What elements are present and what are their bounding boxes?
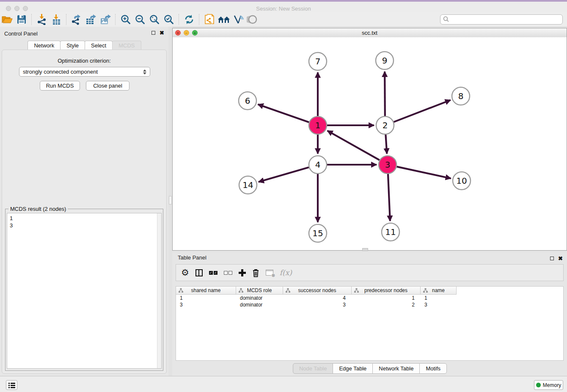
graph-node-14[interactable]: 14 [239, 176, 257, 194]
save-session-button[interactable] [14, 13, 29, 26]
float-table-panel-icon[interactable] [550, 257, 554, 260]
zoom-out-button[interactable] [133, 13, 147, 26]
graph-edge-2-9[interactable] [385, 72, 385, 116]
graph-edge-3-10[interactable] [396, 167, 451, 179]
show-all-button[interactable] [245, 13, 260, 26]
control-panel-tabs: NetworkStyleSelectMCDS [0, 41, 168, 50]
graph-node-2[interactable]: 2 [376, 116, 394, 134]
search-input[interactable] [449, 16, 560, 23]
graph-edge-3-11[interactable] [388, 174, 390, 221]
close-panel-icon[interactable]: ✖ [160, 30, 164, 35]
export-network-button[interactable] [69, 13, 84, 26]
close-panel-button[interactable]: Close panel [86, 81, 129, 91]
table-cell[interactable]: dominator [236, 295, 283, 301]
eye-icon [247, 14, 259, 25]
tab-network[interactable]: Network [28, 41, 61, 50]
graph-node-11[interactable]: 11 [382, 223, 399, 241]
float-panel-icon[interactable] [151, 31, 155, 35]
open-session-button[interactable] [0, 13, 14, 26]
column-sort-icon [179, 288, 183, 293]
column-header-name[interactable]: name [421, 287, 457, 295]
criterion-dropdown[interactable]: strongly connected component [19, 67, 150, 77]
graph-edge-3-1[interactable] [328, 131, 380, 160]
column-header-successor-nodes[interactable]: successor nodes [283, 287, 352, 295]
tab-network-table[interactable]: Network Table [372, 363, 420, 374]
graph-edge-2-3[interactable] [385, 135, 387, 154]
graph-node-1[interactable]: 1 [309, 116, 327, 134]
table-cell[interactable]: 3 [421, 301, 457, 308]
tab-edge-table[interactable]: Edge Table [333, 363, 373, 374]
refresh-layout-button[interactable] [182, 13, 196, 26]
network-resize-grip[interactable] [362, 248, 368, 251]
result-scrollbar[interactable] [157, 213, 161, 368]
run-mcds-button[interactable]: Run MCDS [40, 81, 80, 91]
table-cell[interactable]: 1 [352, 295, 421, 301]
table-cell[interactable]: 4 [283, 295, 352, 301]
graph-edge-2-8[interactable] [394, 100, 451, 122]
dropdown-stepper-icon [143, 69, 146, 75]
toolbar-separator [179, 14, 179, 25]
zoom-selected-button[interactable] [162, 13, 176, 26]
zoom-fit-button[interactable] [147, 13, 162, 26]
export-image-button[interactable] [98, 13, 113, 26]
import-network-button[interactable] [35, 13, 49, 26]
graph-node-6[interactable]: 6 [239, 92, 256, 110]
deselect-all-rows-button[interactable] [224, 267, 232, 279]
graph-edge-4-14[interactable] [259, 167, 309, 182]
first-neighbors-button[interactable] [217, 13, 231, 26]
export-table-button[interactable] [84, 13, 98, 26]
zoom-fit-icon [149, 14, 160, 25]
tab-node-table[interactable]: Node Table [293, 363, 333, 374]
optimization-criterion-label: Optimization criterion: [0, 58, 168, 64]
memory-button[interactable]: Memory [534, 380, 563, 390]
table-cell[interactable]: 1 [176, 295, 236, 301]
graph-node-4[interactable]: 4 [309, 156, 327, 174]
graph-edge-1-6[interactable] [258, 105, 309, 122]
network-canvas[interactable]: 7968124314101511 [173, 37, 567, 250]
vertical-splitter[interactable] [168, 27, 172, 376]
import-table-button[interactable] [49, 13, 63, 26]
graph-node-9[interactable]: 9 [376, 52, 394, 69]
hide-eye-icon [233, 14, 244, 25]
svg-text:11: 11 [385, 227, 396, 237]
select-all-icon: ✓✓ [209, 271, 217, 275]
hide-selected-button[interactable] [231, 13, 245, 26]
table-cell[interactable]: 3 [176, 301, 236, 308]
mcds-result-text-area[interactable]: 13 [7, 213, 162, 369]
task-history-button[interactable] [6, 380, 17, 390]
table-cell[interactable]: 3 [283, 301, 352, 308]
tab-style[interactable]: Style [60, 41, 85, 50]
delete-row-button[interactable] [252, 267, 259, 279]
gear-icon: ⚙ [181, 268, 189, 278]
show-column-panel-button[interactable] [195, 267, 203, 279]
table-cell[interactable]: 2 [352, 301, 421, 308]
search-field[interactable] [440, 14, 563, 25]
memory-status-dot [536, 383, 541, 387]
graph-node-10[interactable]: 10 [453, 172, 471, 190]
add-row-button[interactable] [239, 267, 246, 279]
column-header-predecessor-nodes[interactable]: predecessor nodes [352, 287, 421, 295]
column-header-MCDS-role[interactable]: MCDS role [236, 287, 283, 295]
graph-node-8[interactable]: 8 [452, 87, 470, 105]
tab-motifs[interactable]: Motifs [419, 363, 447, 374]
graph-node-7[interactable]: 7 [309, 52, 327, 70]
tab-select[interactable]: Select [85, 41, 113, 50]
table-cell[interactable]: 1 [421, 295, 457, 301]
open-network-file-button[interactable] [202, 13, 217, 26]
select-all-rows-button[interactable]: ✓✓ [209, 267, 217, 279]
graph-node-3[interactable]: 3 [379, 156, 396, 174]
table-settings-button[interactable]: ⚙ [181, 267, 189, 279]
splitter-handle[interactable] [169, 196, 172, 204]
table-cell[interactable]: dominator [236, 301, 283, 308]
close-table-panel-icon[interactable]: ✖ [558, 256, 563, 261]
tab-mcds[interactable]: MCDS [112, 41, 141, 50]
column-header-shared-name[interactable]: shared name [176, 287, 236, 295]
table-panel-tabs: Node TableEdge TableNetwork TableMotifs [172, 363, 567, 374]
delete-table-button [266, 267, 273, 279]
double-home-icon [217, 15, 231, 24]
zoom-in-button[interactable] [118, 13, 133, 26]
node-table[interactable]: shared nameMCDS rolesuccessor nodesprede… [176, 286, 564, 361]
plus-icon [239, 269, 246, 276]
control-panel-title: Control Panel [4, 30, 38, 37]
graph-node-15[interactable]: 15 [309, 224, 327, 242]
